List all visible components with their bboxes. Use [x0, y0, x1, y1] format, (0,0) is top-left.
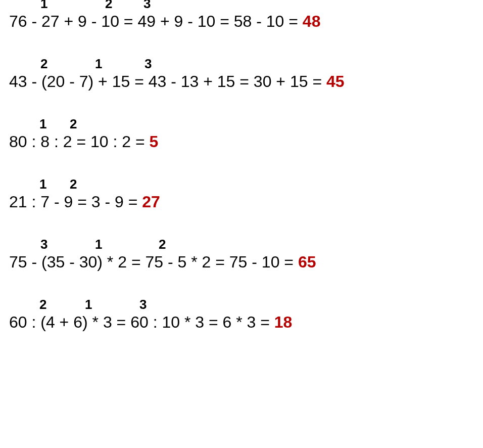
- result-value: 18: [274, 313, 293, 331]
- expression-text: 43 - (20 - 7) + 15 = 43 - 13 + 15 = 30 +…: [9, 72, 326, 91]
- operation-order-label: 2: [105, 0, 112, 12]
- problem-row: 21343 - (20 - 7) + 15 = 43 - 13 + 15 = 3…: [9, 72, 474, 91]
- operation-order-label: 3: [143, 0, 151, 12]
- result-value: 27: [142, 193, 160, 211]
- worksheet-container: 12376 - 27 + 9 - 10 = 49 + 9 - 10 = 58 -…: [9, 12, 474, 332]
- operation-order-label: 3: [144, 56, 152, 72]
- expression-text: 60 : (4 + 6) * 3 = 60 : 10 * 3 = 6 * 3 =: [9, 313, 274, 331]
- problem-row: 12376 - 27 + 9 - 10 = 49 + 9 - 10 = 58 -…: [9, 12, 474, 31]
- problem-row: 31275 - (35 - 30) * 2 = 75 - 5 * 2 = 75 …: [9, 253, 474, 272]
- operation-order-label: 2: [70, 176, 77, 192]
- result-value: 5: [150, 132, 159, 151]
- operation-order-label: 2: [40, 56, 47, 72]
- problem-row: 1280 : 8 : 2 = 10 : 2 = 5: [9, 132, 474, 151]
- result-value: 45: [326, 72, 345, 91]
- operation-order-label: 1: [95, 56, 102, 72]
- expression-text: 80 : 8 : 2 = 10 : 2 =: [9, 132, 150, 151]
- operation-order-label: 1: [39, 176, 46, 192]
- operation-order-label: 1: [85, 297, 92, 312]
- operation-order-label: 1: [40, 0, 47, 12]
- expression-text: 21 : 7 - 9 = 3 - 9 =: [9, 193, 142, 211]
- problem-row: 21360 : (4 + 6) * 3 = 60 : 10 * 3 = 6 * …: [9, 313, 474, 332]
- expression-text: 75 - (35 - 30) * 2 = 75 - 5 * 2 = 75 - 1…: [9, 253, 298, 271]
- result-value: 65: [298, 253, 316, 271]
- result-value: 48: [303, 12, 321, 30]
- problem-row: 1221 : 7 - 9 = 3 - 9 = 27: [9, 193, 474, 211]
- operation-order-label: 2: [39, 297, 46, 312]
- operation-order-label: 2: [159, 237, 166, 252]
- operation-order-label: 1: [39, 116, 46, 132]
- operation-order-label: 3: [139, 297, 147, 312]
- operation-order-label: 1: [95, 237, 102, 252]
- expression-text: 76 - 27 + 9 - 10 = 49 + 9 - 10 = 58 - 10…: [9, 12, 303, 30]
- operation-order-label: 3: [40, 237, 47, 252]
- operation-order-label: 2: [70, 116, 77, 132]
